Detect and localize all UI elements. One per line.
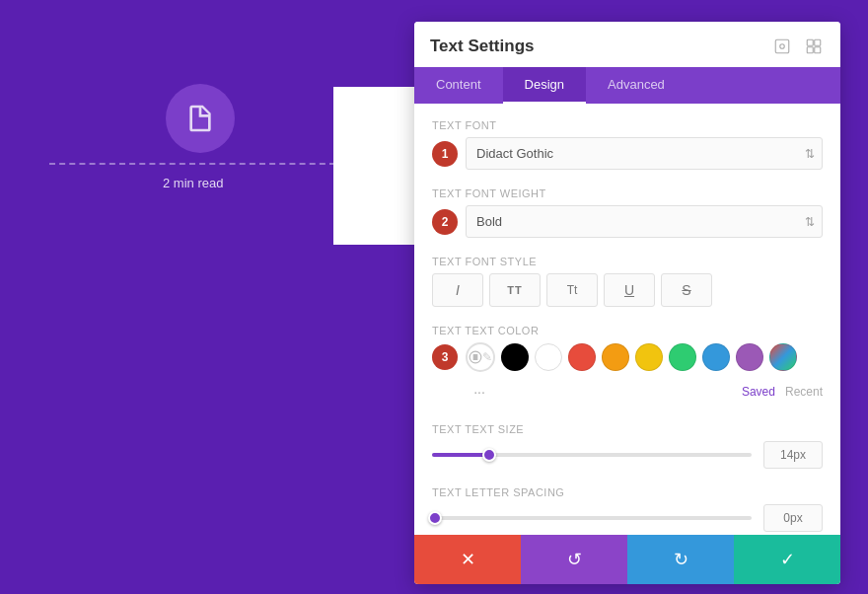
letter-spacing-slider-row: 0px: [432, 504, 823, 532]
text-color-section: Text Text Color 3 ✎: [432, 325, 823, 406]
color-more-button[interactable]: ···: [466, 378, 493, 406]
text-size-slider[interactable]: [432, 453, 752, 457]
text-color-badge: 3: [432, 344, 458, 370]
text-font-weight-label: Text Font Weight: [432, 187, 823, 199]
underline-button[interactable]: U: [604, 273, 655, 307]
text-settings-panel: Text Settings Content Design Advanced: [414, 22, 840, 584]
text-font-weight-section: Text Font Weight 2 Bold ⇅: [432, 187, 823, 238]
canvas-dashed-line: [49, 163, 335, 165]
text-font-section: Text Font 1 Didact Gothic ⇅: [432, 119, 823, 170]
color-tab-recent[interactable]: Recent: [785, 385, 823, 399]
layout-icon[interactable]: [803, 36, 825, 57]
tab-content[interactable]: Content: [414, 67, 503, 104]
tab-design[interactable]: Design: [503, 67, 586, 104]
color-swatch-orange[interactable]: [602, 343, 629, 371]
panel-title: Text Settings: [430, 37, 534, 56]
canvas-read-text: 2 min read: [163, 176, 223, 190]
preview-icon[interactable]: [771, 36, 793, 57]
reset-button[interactable]: ↺: [521, 535, 627, 584]
panel-header-icons: [771, 36, 825, 57]
text-font-label: Text Font: [432, 119, 823, 131]
font-style-buttons: I TT Tt U S: [432, 273, 823, 307]
text-font-row: 1 Didact Gothic ⇅: [432, 137, 823, 170]
tab-advanced[interactable]: Advanced: [586, 67, 687, 104]
svg-rect-0: [775, 39, 789, 53]
canvas-icon-circle: [166, 84, 235, 153]
text-font-badge: 1: [432, 141, 458, 167]
text-font-select[interactable]: Didact Gothic: [466, 137, 823, 170]
svg-rect-4: [807, 47, 813, 53]
letter-spacing-section: Text Letter Spacing 0px: [432, 486, 823, 532]
color-swatch-black[interactable]: [501, 343, 529, 371]
text-size-label: Text Text Size: [432, 423, 823, 435]
svg-rect-2: [807, 39, 813, 45]
color-picker-button[interactable]: ✎: [466, 342, 495, 372]
confirm-button[interactable]: ✓: [734, 535, 840, 584]
color-tab-saved[interactable]: Saved: [742, 385, 775, 399]
text-font-style-label: Text Font Style: [432, 256, 823, 267]
letter-spacing-slider[interactable]: [432, 516, 752, 520]
svg-point-1: [780, 44, 785, 49]
text-font-weight-select-wrapper: Bold ⇅: [466, 205, 823, 238]
uppercase-button[interactable]: TT: [489, 273, 541, 307]
text-font-weight-row: 2 Bold ⇅: [432, 205, 823, 238]
canvas-white-area: [333, 87, 422, 245]
panel-content: Text Font 1 Didact Gothic ⇅ Text Font We…: [414, 104, 840, 535]
cancel-button[interactable]: ✕: [414, 535, 521, 584]
capitalize-button[interactable]: Tt: [546, 273, 598, 307]
strikethrough-button[interactable]: S: [661, 273, 712, 307]
letter-spacing-label: Text Letter Spacing: [432, 486, 823, 498]
refresh-button[interactable]: ↻: [627, 535, 734, 584]
tabs: Content Design Advanced: [414, 67, 840, 104]
text-font-style-section: Text Font Style I TT Tt U S: [432, 256, 823, 307]
letter-spacing-value[interactable]: 0px: [763, 504, 823, 532]
color-swatch-gradient[interactable]: [769, 343, 797, 371]
text-font-weight-select[interactable]: Bold: [466, 205, 823, 238]
color-swatches: ✎: [466, 342, 797, 372]
color-swatch-purple[interactable]: [736, 343, 763, 371]
panel-header: Text Settings: [414, 22, 840, 67]
panel-footer: ✕ ↺ ↻ ✓: [414, 535, 840, 584]
color-swatch-white[interactable]: [535, 343, 562, 371]
text-size-section: Text Text Size 14px: [432, 423, 823, 469]
color-swatch-blue[interactable]: [702, 343, 730, 371]
text-color-label: Text Text Color: [432, 325, 823, 336]
text-font-weight-badge: 2: [432, 209, 458, 235]
italic-button[interactable]: I: [432, 273, 483, 307]
svg-rect-5: [815, 47, 821, 53]
color-swatch-red[interactable]: [568, 343, 596, 371]
text-size-value[interactable]: 14px: [763, 441, 823, 469]
color-swatch-yellow[interactable]: [635, 343, 663, 371]
text-font-select-wrapper: Didact Gothic ⇅: [466, 137, 823, 170]
color-swatch-green[interactable]: [669, 343, 696, 371]
text-color-row: 3 ✎: [432, 342, 823, 372]
svg-rect-3: [815, 39, 821, 45]
text-size-slider-row: 14px: [432, 441, 823, 469]
